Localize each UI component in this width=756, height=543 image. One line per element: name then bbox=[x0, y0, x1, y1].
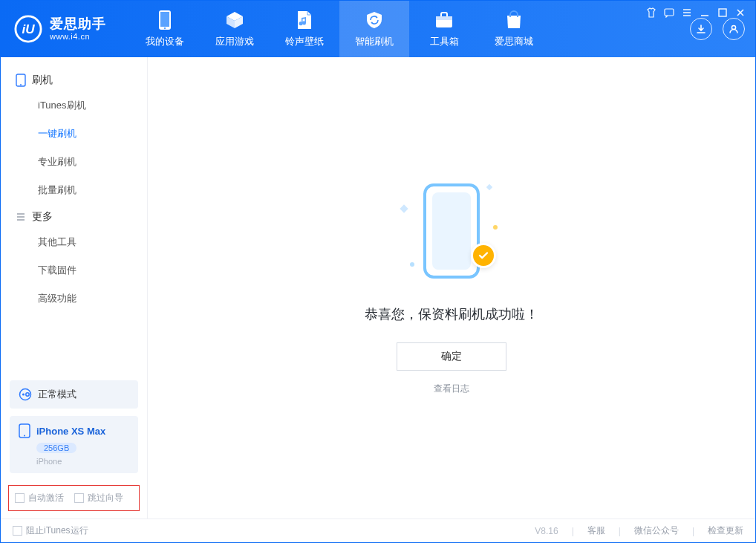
sidebar-item-batch-flash[interactable]: 批量刷机 bbox=[1, 176, 147, 204]
device-capacity-badge: 256GB bbox=[36, 443, 76, 453]
separator: | bbox=[619, 526, 621, 536]
sidebar-group-flash: 刷机 bbox=[1, 68, 147, 91]
checkbox-auto-activate[interactable]: 自动激活 bbox=[15, 492, 64, 504]
svg-text:iU: iU bbox=[22, 22, 35, 36]
checkbox-block-itunes[interactable]: 阻止iTunes运行 bbox=[13, 524, 88, 537]
svg-rect-8 bbox=[719, 9, 726, 16]
title-bar: iU 爱思助手 www.i4.cn 我的设备 应用游戏 铃声壁纸 智能刷机 工具… bbox=[1, 1, 755, 57]
nav-label: 爱思商城 bbox=[495, 35, 533, 48]
tshirt-icon[interactable] bbox=[646, 7, 656, 18]
success-check-badge-icon bbox=[471, 243, 496, 268]
nav-label: 应用游戏 bbox=[215, 35, 254, 48]
sidebar-item-download-firmware[interactable]: 下载固件 bbox=[1, 256, 147, 284]
brand-block: iU 爱思助手 www.i4.cn bbox=[1, 1, 120, 57]
nav-label: 智能刷机 bbox=[355, 35, 394, 48]
phone-icon bbox=[154, 10, 175, 30]
feedback-icon[interactable] bbox=[664, 7, 674, 18]
svg-rect-3 bbox=[160, 12, 169, 27]
checkbox-label: 自动激活 bbox=[28, 492, 64, 504]
nav-label: 我的设备 bbox=[146, 35, 184, 48]
sidebar: 刷机 iTunes刷机 一键刷机 专业刷机 批量刷机 更多 其他工具 下载固件 … bbox=[1, 57, 148, 518]
success-message: 恭喜您，保资料刷机成功啦！ bbox=[365, 305, 538, 323]
shopping-bag-icon bbox=[504, 10, 524, 30]
nav-label: 工具箱 bbox=[430, 35, 459, 48]
toolbox-icon bbox=[434, 10, 454, 30]
cube-icon bbox=[224, 10, 245, 30]
nav-label: 铃声壁纸 bbox=[285, 35, 324, 48]
sidebar-item-other-tools[interactable]: 其他工具 bbox=[1, 228, 147, 256]
device-subtype: iPhone bbox=[36, 457, 129, 466]
svg-point-4 bbox=[164, 27, 166, 29]
sparkle-icon bbox=[486, 184, 492, 190]
checkbox-icon bbox=[13, 526, 22, 536]
sparkle-icon bbox=[400, 204, 408, 212]
main-content: 恭喜您，保资料刷机成功啦！ 确定 查看日志 bbox=[148, 57, 755, 518]
device-mode-card[interactable]: 正常模式 bbox=[10, 380, 138, 409]
dot-icon bbox=[493, 225, 498, 230]
sidebar-group-label: 更多 bbox=[32, 210, 53, 224]
footer-link-wechat[interactable]: 微信公众号 bbox=[634, 524, 679, 537]
downloads-button[interactable] bbox=[690, 18, 712, 40]
sidebar-item-pro-flash[interactable]: 专业刷机 bbox=[1, 148, 147, 176]
music-file-icon bbox=[294, 10, 315, 30]
separator: | bbox=[692, 526, 694, 536]
mode-normal-icon bbox=[19, 388, 32, 401]
brand-url: www.i4.cn bbox=[50, 32, 106, 41]
phone-shape-icon bbox=[423, 183, 480, 279]
device-name: iPhone XS Max bbox=[36, 426, 105, 437]
svg-rect-6 bbox=[436, 16, 452, 20]
dot-icon bbox=[410, 262, 414, 267]
window-controls bbox=[646, 7, 746, 18]
checkbox-icon bbox=[74, 493, 84, 503]
svg-rect-7 bbox=[665, 9, 674, 16]
menu-icon[interactable] bbox=[682, 7, 692, 18]
success-illustration bbox=[400, 181, 504, 284]
options-highlight-box: 自动激活 跳过向导 bbox=[8, 485, 140, 511]
device-phone-icon bbox=[19, 423, 30, 438]
sidebar-item-advanced[interactable]: 高级功能 bbox=[1, 284, 147, 313]
svg-point-13 bbox=[22, 393, 25, 395]
status-bar: 阻止iTunes运行 V8.16 | 客服 | 微信公众号 | 检查更新 bbox=[1, 518, 755, 542]
view-log-link[interactable]: 查看日志 bbox=[434, 383, 469, 395]
separator: | bbox=[572, 526, 574, 536]
footer-link-support[interactable]: 客服 bbox=[587, 524, 605, 537]
sidebar-group-label: 刷机 bbox=[32, 74, 53, 87]
nav-smart-flash[interactable]: 智能刷机 bbox=[339, 1, 409, 57]
checkbox-skip-guide[interactable]: 跳过向导 bbox=[74, 492, 123, 504]
svg-point-16 bbox=[24, 435, 25, 437]
phone-outline-icon bbox=[16, 74, 26, 87]
device-card[interactable]: iPhone XS Max 256GB iPhone bbox=[10, 416, 138, 473]
nav-my-device[interactable]: 我的设备 bbox=[130, 1, 200, 57]
checkbox-label: 阻止iTunes运行 bbox=[26, 524, 88, 537]
refresh-shield-icon bbox=[364, 10, 385, 30]
nav-toolbox[interactable]: 工具箱 bbox=[409, 1, 479, 57]
main-nav: 我的设备 应用游戏 铃声壁纸 智能刷机 工具箱 爱思商城 bbox=[130, 1, 549, 57]
sidebar-item-itunes-flash[interactable]: iTunes刷机 bbox=[1, 91, 147, 120]
footer-link-update[interactable]: 检查更新 bbox=[708, 524, 743, 537]
checkbox-icon bbox=[15, 493, 25, 503]
checkbox-label: 跳过向导 bbox=[88, 492, 123, 504]
confirm-button[interactable]: 确定 bbox=[397, 342, 506, 371]
device-mode-label: 正常模式 bbox=[38, 388, 76, 401]
svg-point-11 bbox=[20, 84, 22, 85]
version-label: V8.16 bbox=[535, 526, 558, 536]
brand-name: 爱思助手 bbox=[50, 17, 106, 32]
account-button[interactable] bbox=[723, 18, 745, 40]
nav-store[interactable]: 爱思商城 bbox=[479, 1, 549, 57]
sidebar-group-more: 更多 bbox=[1, 204, 147, 228]
svg-point-14 bbox=[26, 393, 29, 396]
maximize-button[interactable] bbox=[717, 7, 728, 18]
nav-apps-games[interactable]: 应用游戏 bbox=[200, 1, 270, 57]
app-logo-icon: iU bbox=[14, 15, 42, 43]
minimize-button[interactable] bbox=[700, 7, 710, 18]
sidebar-item-oneclick-flash[interactable]: 一键刷机 bbox=[1, 120, 147, 148]
list-icon bbox=[16, 212, 26, 222]
close-button[interactable] bbox=[735, 7, 746, 18]
nav-ringtones-wallpapers[interactable]: 铃声壁纸 bbox=[270, 1, 339, 57]
